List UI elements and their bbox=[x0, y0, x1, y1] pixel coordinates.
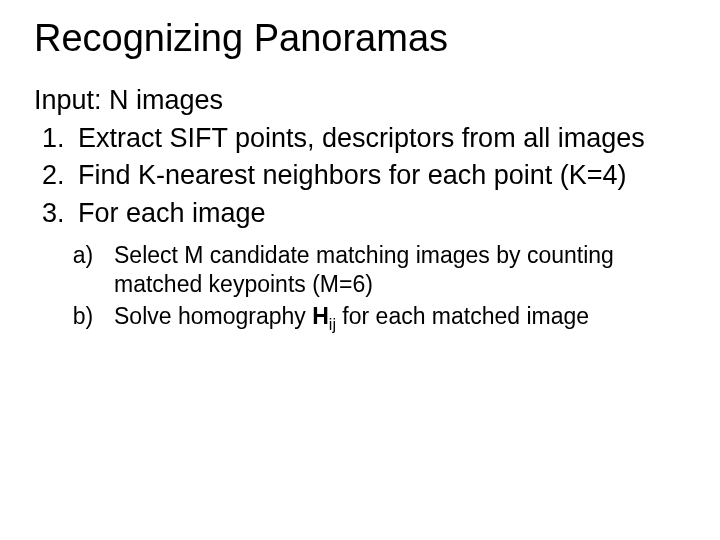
input-line: Input: N images bbox=[34, 84, 686, 118]
step-3: For each image bbox=[72, 197, 686, 231]
substep-b: Solve homography Hij for each matched im… bbox=[106, 302, 686, 331]
substep-b-post: for each matched image bbox=[336, 303, 589, 329]
step-2: Find K-nearest neighbors for each point … bbox=[72, 159, 686, 193]
substep-a: Select M candidate matching images by co… bbox=[106, 241, 686, 299]
step-1: Extract SIFT points, descriptors from al… bbox=[72, 122, 686, 156]
slide: Recognizing Panoramas Input: N images Ex… bbox=[0, 0, 720, 540]
sub-steps-list: Select M candidate matching images by co… bbox=[34, 241, 686, 331]
main-steps-list: Extract SIFT points, descriptors from al… bbox=[34, 122, 686, 231]
substep-b-H: H bbox=[312, 303, 329, 329]
slide-body: Input: N images Extract SIFT points, des… bbox=[34, 84, 686, 331]
substep-b-ij: ij bbox=[329, 315, 336, 333]
slide-title: Recognizing Panoramas bbox=[34, 18, 686, 60]
substep-b-pre: Solve homography bbox=[114, 303, 312, 329]
